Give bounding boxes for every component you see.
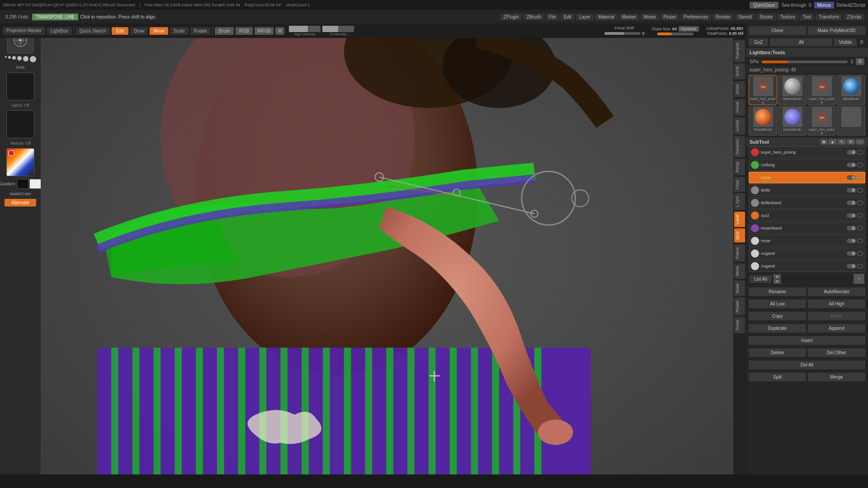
subtool-tab-5[interactable]: → <box>856 139 864 145</box>
quick-sketch-button[interactable]: Quick Sketch <box>76 27 110 35</box>
split-button[interactable]: Split <box>749 373 806 381</box>
brush-item-1[interactable]: SphereBrush <box>778 75 807 105</box>
draw-size-slider[interactable] <box>657 33 693 35</box>
projection-master-button[interactable]: Projection Master <box>3 27 45 35</box>
zplugin-menu[interactable]: ZPlugin <box>500 14 522 20</box>
del-all-button[interactable]: Del All <box>749 361 865 369</box>
subtool-eye-4[interactable] <box>857 201 863 205</box>
zscript-menu[interactable]: ZScript <box>844 14 864 20</box>
subtool-eye-7[interactable] <box>857 239 863 243</box>
render-menu[interactable]: Render <box>712 14 734 20</box>
actual-button[interactable]: Actual <box>734 99 745 116</box>
rgb-button[interactable]: RGB <box>236 27 253 35</box>
subtool-item-4[interactable]: Brillenband <box>749 197 865 209</box>
subtool-toggle-8[interactable] <box>847 251 856 256</box>
draw-button[interactable]: Draw <box>130 27 148 35</box>
sump-button[interactable]: Sump <box>734 317 745 333</box>
double-arrow-button[interactable]: ⇒ <box>854 274 864 284</box>
stencil-menu[interactable]: Stencil <box>735 14 755 20</box>
movie-menu[interactable]: Movie <box>641 14 659 20</box>
subtool-item-0[interactable]: super_hero_posing <box>749 146 865 158</box>
subtool-item-8[interactable]: Augend <box>749 248 865 259</box>
subtool-eye-8[interactable] <box>857 251 863 256</box>
aahal-button[interactable]: AAHal <box>734 117 745 135</box>
subtool-eye-2[interactable] <box>857 175 863 180</box>
subtool-item-6[interactable]: Hosenband <box>749 222 865 234</box>
subtool-toggle-9[interactable] <box>847 264 856 268</box>
transpose-line-button[interactable]: TRANSPOSE LINE <box>32 14 79 20</box>
clone-button[interactable]: Clone <box>749 26 806 35</box>
move-vert-button[interactable]: Move <box>734 263 745 279</box>
subtool-tab-4[interactable]: ⚙ <box>847 139 855 145</box>
subtool-tab-3[interactable]: ✎ <box>838 139 846 145</box>
subtool-item-9[interactable]: Augend <box>749 260 865 272</box>
edit-menu[interactable]: Edit <box>561 14 575 20</box>
append-button[interactable]: Append <box>808 324 865 333</box>
mrgb-button[interactable]: MRGB <box>255 27 274 35</box>
scroll-button[interactable]: Scroll <box>734 64 745 80</box>
spix-r-button[interactable]: R <box>856 58 864 65</box>
subtool-eye-5[interactable] <box>857 213 863 218</box>
make-polymesh3d-button[interactable]: Make PolyMesh3D <box>808 26 865 35</box>
subtool-eye-1[interactable] <box>857 163 863 167</box>
brush-item-4[interactable]: SimpleBrush <box>749 106 777 136</box>
delete-button[interactable]: Delete <box>749 348 806 357</box>
layer-menu[interactable]: Layer <box>576 14 594 20</box>
subtool-eye-3[interactable] <box>857 188 863 192</box>
subtool-eye-6[interactable] <box>857 226 863 230</box>
laym-button[interactable]: L Aym <box>734 193 745 210</box>
m-button[interactable]: M <box>275 27 284 35</box>
gradient-black[interactable] <box>17 179 28 189</box>
subtool-toggle-1[interactable] <box>847 163 856 167</box>
focal-shift-slider[interactable] <box>604 32 641 35</box>
z-intensity-slider[interactable] <box>322 26 354 32</box>
brush-item-7[interactable] <box>837 106 865 136</box>
gradient-white[interactable] <box>29 179 41 189</box>
paste-button[interactable]: Paste <box>808 312 865 320</box>
subtool-toggle-4[interactable] <box>847 201 856 205</box>
rotate-vert-button[interactable]: Rotate <box>734 298 745 315</box>
all-low-button[interactable]: All Low <box>749 300 806 308</box>
tool-menu[interactable]: Tool <box>800 14 814 20</box>
floor-button[interactable]: Floor <box>734 177 745 192</box>
subtool-item-2[interactable]: Local <box>749 172 865 183</box>
scale-button[interactable]: Scale <box>170 27 189 35</box>
brush-item-3[interactable]: AlphaBrush <box>837 75 865 105</box>
rgb-intensity-slider[interactable] <box>289 26 321 32</box>
brush-item-6[interactable]: SH super_hero_posing <box>807 106 836 136</box>
zbr-menu[interactable]: ZBrush <box>524 14 544 20</box>
brush-item-2[interactable]: SH super_hero_posing <box>807 75 836 105</box>
subtool-toggle-5[interactable] <box>847 213 856 218</box>
edit-button[interactable]: Edit <box>112 27 128 35</box>
marker-menu[interactable]: Marker <box>619 14 639 20</box>
arrow-down-button[interactable]: ▼ <box>774 279 781 284</box>
rotate-button[interactable]: Rotate <box>190 27 211 35</box>
copy-subtool-button[interactable]: Copy <box>749 312 806 320</box>
all-dropdown[interactable]: All <box>770 38 832 46</box>
merge-button[interactable]: Merge <box>808 373 865 381</box>
goz-button[interactable]: GoZ <box>749 38 768 46</box>
material-menu[interactable]: Material <box>595 14 618 20</box>
color-swatch[interactable] <box>6 148 34 176</box>
spix-slider[interactable] <box>762 61 848 63</box>
subtool-eye-9[interactable] <box>857 264 863 268</box>
brush-button[interactable]: Brush <box>215 27 234 35</box>
scale-vert-button[interactable]: Scale <box>734 281 745 296</box>
subtool-toggle-2[interactable] <box>847 175 856 180</box>
rename-button[interactable]: Rename <box>749 287 806 296</box>
subtool-item-7[interactable]: Hose <box>749 235 865 247</box>
alpha-preview[interactable] <box>6 72 34 100</box>
insert-button[interactable]: Insert <box>749 336 865 345</box>
dynamic-button[interactable]: Dynamic <box>679 26 699 32</box>
xyz2-button[interactable]: xyz2 <box>734 229 745 243</box>
subtool-item-1[interactable]: Unilung <box>749 159 865 171</box>
character-render[interactable] <box>41 23 746 474</box>
texture-menu[interactable]: Texture <box>777 14 798 20</box>
duplicate-button[interactable]: Duplicate <box>749 324 806 333</box>
subtool-eye-0[interactable] <box>857 150 863 155</box>
persp-button[interactable]: Persp <box>734 159 745 175</box>
subtool-toggle-7[interactable] <box>847 239 856 243</box>
transform-menu[interactable]: Transform <box>816 14 842 20</box>
autoreorder-button[interactable]: AutoReorder <box>808 287 865 296</box>
subtool-tab-2[interactable]: ▲ <box>828 139 837 145</box>
